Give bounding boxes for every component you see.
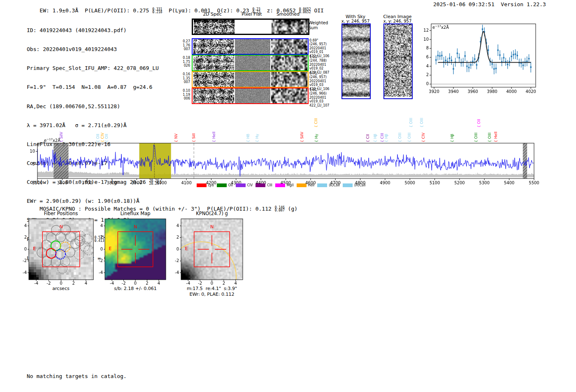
header-frac-plae: 0.3310.218: [152, 8, 162, 14]
spec2d-image: [193, 39, 234, 54]
spectral-line-label-civ: { CIV: [421, 132, 425, 142]
smoothed-image: [271, 56, 307, 70]
smoothed-image: [271, 39, 307, 54]
spectral-line-label-hγ: { Hγ: [255, 134, 259, 142]
spectral-line-label-ciii: { CIII: [314, 118, 318, 128]
lineflux-heatmap: [94, 216, 172, 285]
info-radec: RA,Dec (189.006760,52.551128): [27, 103, 162, 110]
legend-swatch: [255, 183, 265, 187]
spectral-line-label-hβ: { Hβ: [373, 134, 377, 142]
with-sky-image: [342, 24, 370, 97]
info-obs: Obs: 20220401v019_4019224043: [27, 46, 162, 53]
pixelflat-image: [235, 88, 270, 103]
catalog-note-line1: No matching targets in catalog.: [27, 373, 127, 380]
fiber-info-exp4: 1.81"(246, 966)20220401v019_03422_LU_107: [309, 88, 334, 107]
spectral-line-label-oiii: { OIII: [474, 132, 478, 142]
timestamp-version: 2025-01-06 09:32:51 Version 1.22.3: [433, 1, 546, 7]
clean-image: [384, 24, 412, 97]
spectral-line-label-hδ: { Hδ: [246, 134, 250, 142]
legend-item-hcaii: (H)CaII: [343, 183, 365, 187]
spectral-line-label-oiii: { OIII: [407, 132, 411, 142]
legend-label: (H)CaII: [354, 183, 365, 187]
legend-label: OII: [228, 183, 233, 187]
info-seeing: F=1.9" T=0.154 N=1.08 A=0.87 g=24.6: [27, 84, 162, 90]
legend-label: CIII: [267, 183, 272, 187]
legend-item-civ: CIV: [236, 183, 253, 187]
full-spectrum-chart: [0, 110, 576, 193]
fiber-weights-exp1: 0.271.76007: [179, 39, 190, 51]
spectrum-unit-label: e−17x2Å: [44, 138, 60, 143]
spec2d-row-exp3: [192, 71, 309, 88]
legend-swatch: [275, 183, 285, 187]
with-sky-coords: x, y: 246, 957: [335, 19, 376, 23]
legend-swatch: [197, 183, 207, 187]
fiber-weights-exp2: 0.181.75026: [179, 56, 190, 68]
info-id: ID: 4019224043 (4019224043.pdf): [27, 27, 162, 34]
spectral-line-label-oii: { OII: [96, 134, 100, 142]
spectral-line-label-hβ: { Hβ: [384, 134, 388, 142]
smoothed-image: [271, 88, 307, 103]
lineflux-xlabel: s/b: 2.18 +/- 0.061: [102, 286, 168, 291]
spectral-line-label-oiii: { OIII: [409, 118, 413, 128]
spectral-line-label-oiii: { OIII: [420, 118, 424, 128]
spectral-line-label-siii: { SiII: [192, 133, 196, 142]
legend-swatch: [217, 183, 227, 187]
spectral-line-label-heii: { HeII: [212, 132, 216, 142]
spec2d-row-exp4: [192, 88, 309, 104]
inset-unit-label: e−17x2Å: [432, 25, 449, 30]
report-page: EW: 1.9±0.3Å P(LAE)/P(OII): 0.275 0.3310…: [0, 0, 576, 392]
spec2d-image: [193, 88, 234, 103]
mosaic-frac: 0.1460.087: [275, 206, 285, 212]
pixelflat-image: [235, 39, 270, 54]
info-primary-spec: Primary Spec_Slot_IFU_AMP: 422_078_069_L…: [27, 65, 162, 72]
legend-swatch: [317, 183, 327, 187]
spectrum-legend: LyαOIICIVCIIIMgIIHeII(K)CaII(H)CaII: [197, 183, 365, 187]
spectral-line-label-oii: { OII: [105, 134, 109, 142]
pixelflat-image: [235, 72, 270, 87]
legend-item-ly: Lyα: [197, 183, 214, 187]
with-sky-frame: [341, 23, 371, 99]
catalog-note: No matching targets in catalog. Row inte…: [27, 360, 127, 392]
spectral-line-label-hβ: { Hβ: [450, 134, 454, 142]
spec2d-image: [193, 72, 234, 87]
spec2d-row-exp1: [192, 38, 309, 55]
legend-item-ciii: CIII: [255, 183, 272, 187]
spectral-line-label-siiv: { SiIV: [300, 132, 304, 142]
spec2d-image: [194, 20, 235, 34]
kpno-xlabel-2: EWr: 0, PLAE: 0.112: [179, 292, 245, 297]
col-header-2dspec: 2D Spec: [192, 12, 233, 17]
legend-item-oii: OII: [217, 183, 233, 187]
pixelflat-image: [235, 56, 270, 70]
legend-label: (K)CaII: [329, 183, 340, 187]
col-header-smoothed: Smoothed: [267, 12, 309, 17]
spectral-line-label-oiii: { OIII: [488, 132, 492, 142]
legend-item-kcaii: (K)CaII: [317, 183, 340, 187]
pixelflat-image: [235, 20, 271, 34]
kpno-xlabel-1: m:17.5 re:4.1" s:3.9": [179, 286, 245, 291]
legend-label: HeII: [308, 183, 315, 187]
spectral-line-label-hγ: { Hγ: [314, 134, 318, 142]
spectral-line-label-cii: { CII: [366, 134, 370, 142]
spectral-line-label-ciii: { CIII: [380, 133, 384, 142]
clean-image-frame: [383, 23, 413, 99]
legend-label: CIV: [247, 183, 253, 187]
smoothed-image: [272, 20, 308, 34]
legend-item-heii: HeII: [297, 183, 315, 187]
spectral-line-label-oiii: { OIII: [398, 132, 402, 142]
legend-item-mgii: MgII: [275, 183, 294, 187]
spectral-line-label-civ: { CIV: [100, 132, 105, 142]
spec2d-row-weighted: [192, 19, 309, 35]
weighted-sum-label: WeightedSum: [309, 21, 328, 30]
legend-swatch: [236, 183, 246, 187]
fiber-positions-map: [18, 216, 96, 285]
fiber-xlabel: arcsecs: [28, 286, 94, 291]
legend-swatch: [343, 183, 353, 187]
spectral-line-label-nv: { NV: [174, 134, 178, 142]
clean-image-coords: x, y: 246, 957: [377, 19, 418, 23]
spectral-line-label-siiv: { SiIV: [59, 132, 63, 142]
header-classification: OII: [311, 7, 324, 14]
legend-swatch: [297, 183, 307, 187]
line-fit-chart: [424, 20, 543, 94]
spectral-line-label-heii: { HeII: [494, 132, 498, 142]
legend-label: Lyα: [208, 183, 214, 187]
